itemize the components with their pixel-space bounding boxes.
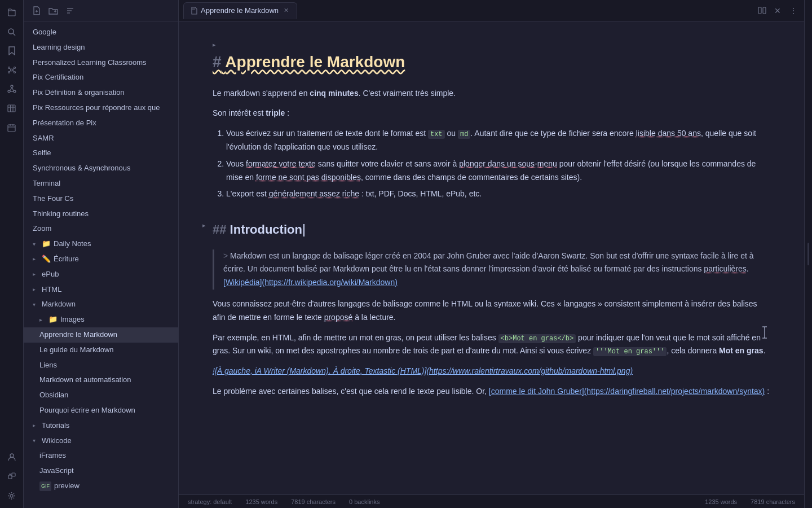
settings-icon[interactable]: [4, 488, 20, 503]
sidebar-item-pourquoi-markdown[interactable]: Pourquoi écrire en Markdown: [24, 403, 178, 418]
underline-text-4: forme ne sont pas disponibles: [256, 173, 361, 182]
calendar-icon[interactable]: [4, 120, 20, 135]
sidebar-item-pix-certification[interactable]: Pix Certification: [24, 70, 178, 85]
svg-point-25: [10, 454, 14, 457]
svg-point-2: [11, 69, 13, 71]
new-folder-button[interactable]: [47, 5, 59, 16]
sidebar-item-learning-design[interactable]: Learning design: [24, 40, 178, 55]
more-options-button[interactable]: ⋮: [787, 5, 800, 17]
sidebar-item-liens[interactable]: Liens: [24, 358, 178, 373]
sidebar-item-apprendre-markdown[interactable]: Apprendre le Markdown: [24, 327, 178, 343]
sidebar-item-markdown[interactable]: ▾ Markdown: [24, 297, 178, 312]
main-area: Apprendre le Markdown ✕ ✕ ⋮ # Apprendre …: [179, 0, 804, 508]
list-item: L'export est généralement assez riche : …: [226, 187, 770, 201]
sidebar-item-terminal[interactable]: Terminal: [24, 176, 178, 191]
new-note-button[interactable]: [30, 5, 42, 16]
sidebar-item-presentation[interactable]: Présentation de Pix: [24, 116, 178, 131]
sidebar-item-pix-ressources[interactable]: Pix Ressources pour répondre aux que: [24, 100, 178, 116]
files-icon[interactable]: [4, 5, 20, 20]
status-words1: 1235 words: [245, 498, 277, 505]
intro-p2-after: :: [285, 108, 289, 117]
sidebar-toolbar: [24, 0, 178, 21]
connections-icon[interactable]: [4, 81, 20, 97]
bookmarks-icon[interactable]: [4, 43, 20, 59]
sidebar-item-tutorials[interactable]: ▸ Tutorials: [24, 418, 178, 433]
reading-view-button[interactable]: [756, 5, 768, 17]
sidebar: Google Learning design Personalized Lear…: [24, 0, 179, 508]
sidebar-item-samr[interactable]: SAMR: [24, 131, 178, 146]
status-chars2: 7819 characters: [751, 498, 795, 505]
svg-point-30: [10, 494, 13, 497]
code-bold-html: <b>Mot en gras</b>: [498, 334, 576, 343]
chevron-right-icon: ▸: [39, 316, 46, 325]
svg-point-5: [8, 72, 10, 73]
plugin-icon[interactable]: [4, 468, 20, 484]
tab-apprendre-markdown[interactable]: Apprendre le Markdown ✕: [183, 2, 297, 19]
svg-line-8: [13, 68, 14, 69]
gruber-link[interactable]: [comme le dit John Gruber](https://darin…: [489, 387, 765, 396]
status-chars1: 7819 characters: [291, 498, 336, 505]
sidebar-item-images[interactable]: ▸ 📁 Images: [24, 312, 178, 327]
wikipedia-link[interactable]: [Wikipédia](https://fr.wikipedia.org/wik…: [223, 278, 398, 287]
list-item: Vous formatez votre texte sans quitter v…: [226, 157, 770, 185]
svg-rect-40: [763, 7, 766, 14]
sidebar-item-zoom[interactable]: Zoom: [24, 221, 178, 237]
sidebar-item-google[interactable]: Google: [24, 25, 178, 40]
feature-list: Vous écrivez sur un traitement de texte …: [226, 127, 770, 201]
sidebar-item-thinking-routines[interactable]: Thinking routines: [24, 207, 178, 222]
tab-actions: ✕ ⋮: [756, 5, 800, 17]
intro-text-after: . C'est vraiment très simple.: [359, 89, 456, 98]
chevron-right-icon: ▸: [33, 421, 39, 430]
h2-text: Introduction: [230, 222, 302, 237]
svg-line-10: [13, 71, 14, 72]
underline-text-5: généralement assez riche: [269, 189, 359, 198]
sidebar-item-four-cs[interactable]: The Four Cs: [24, 191, 178, 207]
sidebar-item-wikicode[interactable]: ▾ Wikicode: [24, 433, 178, 449]
sidebar-item-ecriture[interactable]: ▸ ✏️ Écriture: [24, 252, 178, 267]
intro-bold: cinq minutes: [310, 89, 358, 98]
underline-text-2: formatez votre texte: [246, 159, 316, 168]
sidebar-item-guide-markdown[interactable]: Le guide du Markdown: [24, 343, 178, 358]
sidebar-item-markdown-automatisation[interactable]: Markdown et automatisation: [24, 373, 178, 388]
search-icon[interactable]: [4, 24, 20, 40]
graph-icon[interactable]: [4, 62, 20, 78]
sidebar-item-synchronous[interactable]: Synchronous & Asynchronous: [24, 161, 178, 176]
intro-text-before: Le markdown s'apprend en: [213, 89, 310, 98]
sidebar-item-personalized[interactable]: Personalized Learning Classrooms: [24, 55, 178, 71]
person-icon[interactable]: [4, 449, 20, 465]
tab-label: Apprendre le Markdown: [201, 6, 279, 15]
bold-result: Mot en gras: [719, 346, 764, 355]
para-langages: Vous connaissez peut-être d'autres langa…: [213, 297, 770, 325]
sidebar-item-obsidian[interactable]: Obsidian: [24, 388, 178, 403]
sidebar-item-pix-definition[interactable]: Pix Définition & organisation: [24, 85, 178, 100]
close-button[interactable]: ✕: [771, 5, 784, 17]
svg-point-13: [14, 90, 16, 93]
svg-line-7: [10, 68, 11, 69]
h2-section: ▸ ## Introduction: [213, 219, 770, 240]
sidebar-item-selfie[interactable]: Selfie: [24, 146, 178, 161]
table-icon[interactable]: [4, 100, 20, 116]
underline-text: lisible dans 50 ans: [636, 129, 701, 138]
editor[interactable]: # Apprendre le Markdown Le markdown s'ap…: [179, 21, 804, 494]
sort-button[interactable]: [64, 5, 76, 16]
sidebar-item-html[interactable]: ▸ HTML: [24, 282, 178, 297]
cursor-bar: [769, 326, 770, 339]
tab-close-button[interactable]: ✕: [282, 7, 290, 15]
underline-propose: proposé: [324, 313, 353, 322]
svg-point-12: [8, 90, 10, 93]
svg-point-6: [14, 72, 15, 73]
sidebar-item-epub[interactable]: ▸ ePub: [24, 267, 178, 282]
gif-badge: GIF: [39, 481, 51, 491]
sidebar-item-daily-notes[interactable]: ▾ 📁 Daily Notes: [24, 237, 178, 252]
chevron-down-icon: ▾: [33, 300, 39, 309]
code-md: md: [458, 130, 470, 139]
sidebar-item-iframes[interactable]: iFrames: [24, 448, 178, 463]
right-handle: [804, 0, 812, 508]
sidebar-item-javascript[interactable]: JavaScript: [24, 463, 178, 479]
image-link[interactable]: ![À gauche, iA Writer (Markdown). À droi…: [213, 366, 633, 375]
sidebar-item-gif-preview[interactable]: GIF preview: [24, 479, 178, 494]
svg-line-9: [10, 71, 11, 72]
intro-paragraph-2: Son intérêt est triple :: [213, 107, 770, 120]
para-caption: ![À gauche, iA Writer (Markdown). À droi…: [213, 365, 770, 378]
status-bar: strategy: default 1235 words 7819 charac…: [179, 494, 804, 508]
